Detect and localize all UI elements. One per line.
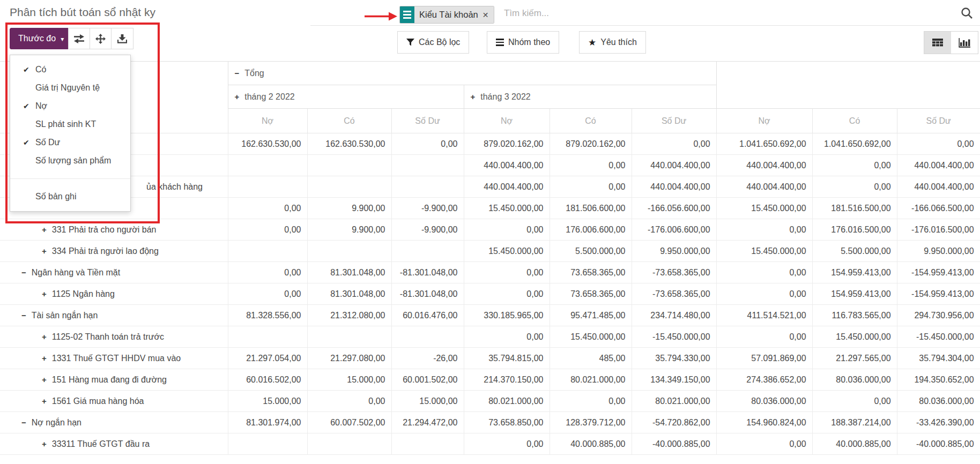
row-header[interactable]: −Nợ ngắn hạn xyxy=(0,412,228,433)
expand-icon: + xyxy=(42,375,47,384)
pivot-cell: 440.004.400,00 xyxy=(716,155,812,176)
pivot-cell: 9.900,00 xyxy=(307,198,391,219)
pivot-cell: 154.960.824,00 xyxy=(716,412,812,433)
pivot-cell: 15.000,00 xyxy=(307,369,391,391)
bar-chart-icon xyxy=(959,38,970,48)
pivot-cell: 0,00 xyxy=(812,155,897,176)
pivot-cell: -26,00 xyxy=(391,348,464,369)
table-row: +151 Hàng mua đang đi đường60.016.502,00… xyxy=(0,369,980,391)
measure-header[interactable]: Số Dư xyxy=(632,109,716,133)
measure-header[interactable]: Có xyxy=(550,109,632,133)
facet-remove-icon[interactable]: ✕ xyxy=(482,11,489,19)
row-header[interactable]: +331 Phải trả cho người bán xyxy=(0,219,228,241)
pivot-cell: 81.301.048,00 xyxy=(307,283,391,305)
measure-menu-item[interactable]: Số lượng sản phẩm xyxy=(10,152,130,170)
table-row: +1331 Thuế GTGT HHDV mua vào21.297.054,0… xyxy=(0,348,980,369)
pivot-cell: 0,00 xyxy=(897,133,980,155)
table-row: +1125-02 Thanh toán trả trước0,0015.450.… xyxy=(0,326,980,348)
flip-axis-button[interactable] xyxy=(69,28,90,49)
measure-header[interactable]: Số Dư xyxy=(897,109,980,133)
measure-header[interactable]: Nợ xyxy=(716,109,812,133)
pivot-cell xyxy=(228,155,307,176)
expand-all-button[interactable] xyxy=(90,28,112,49)
measure-header[interactable]: Số Dư xyxy=(391,109,464,133)
search-icon[interactable] xyxy=(961,7,973,19)
pivot-cell: 116.783.565,00 xyxy=(812,305,897,326)
pivot-cell: 0,00 xyxy=(464,219,550,241)
table-row: −Nợ ngắn hạn81.301.974,0060.007.502,0021… xyxy=(0,412,980,433)
pivot-cell: 73.658.850,00 xyxy=(464,412,550,433)
pivot-cell: 0,00 xyxy=(228,219,307,241)
row-header[interactable]: +1125 Ngân hàng xyxy=(0,283,228,305)
table-row: +1561 Giá mua hàng hóa15.000,000,0015.00… xyxy=(0,391,980,412)
pivot-cell: -176.016.500,00 xyxy=(897,219,980,241)
search-input[interactable]: Tìm kiếm... xyxy=(504,8,549,19)
expand-icon: + xyxy=(42,246,47,256)
pivot-cell: 9.950.000,00 xyxy=(897,241,980,262)
pivot-cell: 176.016.500,00 xyxy=(812,219,897,241)
pivot-cell: 0,00 xyxy=(716,283,812,305)
table-row: −Tài sản ngắn hạn81.328.556,0021.312.080… xyxy=(0,305,980,326)
menu-item-label: Có xyxy=(35,65,46,74)
measure-menu-item[interactable]: Giá trị Nguyên tệ xyxy=(10,79,130,97)
download-button[interactable] xyxy=(112,28,133,49)
pivot-cell: 0,00 xyxy=(550,155,632,176)
table-row: +331 Phải trả cho người bán0,009.900,00-… xyxy=(0,219,980,241)
pivot-cell: 188.387.214,00 xyxy=(812,412,897,433)
pivot-cell: 15.450.000,00 xyxy=(464,241,550,262)
measure-menu-item[interactable]: ✔Số Dư xyxy=(10,133,130,152)
measure-menu-item[interactable]: ✔Có xyxy=(10,61,130,79)
row-header[interactable]: +1125-02 Thanh toán trả trước xyxy=(0,326,228,348)
pivot-cell: 0,00 xyxy=(632,133,716,155)
pivot-cell: 0,00 xyxy=(464,283,550,305)
pivot-cell: 440.004.400,00 xyxy=(716,176,812,198)
pivot-cell: 15.450.000,00 xyxy=(716,198,812,219)
row-header[interactable]: +33311 Thuế GTGT đầu ra xyxy=(0,433,228,455)
row-header[interactable]: −Tài sản ngắn hạn xyxy=(0,305,228,326)
row-header[interactable]: +334 Phải trả người lao động xyxy=(0,241,228,262)
measure-menu-item[interactable]: ✔Nợ xyxy=(10,97,130,115)
pivot-cell: 0,00 xyxy=(464,433,550,455)
pivot-cell: 21.297.080,00 xyxy=(307,348,391,369)
table-row: 162.630.530,00162.630.530,000,00879.020.… xyxy=(0,133,980,155)
measure-menu-item[interactable]: SL phát sinh KT xyxy=(10,115,130,133)
measure-header[interactable]: Nợ xyxy=(228,109,307,133)
pivot-cell: -40.000.885,00 xyxy=(897,433,980,455)
measure-header[interactable]: Có xyxy=(812,109,897,133)
pivot-cell: 0,00 xyxy=(716,219,812,241)
measure-menu-item[interactable]: Số bản ghi xyxy=(10,188,130,206)
row-header[interactable]: +151 Hàng mua đang đi đường xyxy=(0,369,228,391)
groupby-button[interactable]: Nhóm theo xyxy=(487,31,559,54)
search-bar-divider xyxy=(310,25,980,26)
pivot-cell: 80.021.000,00 xyxy=(464,391,550,412)
pivot-cell: 5.500.000,00 xyxy=(812,241,897,262)
measure-header[interactable]: Có xyxy=(307,109,391,133)
header-void xyxy=(716,62,980,109)
expand-icon: + xyxy=(42,332,47,341)
graph-view-button[interactable] xyxy=(951,32,978,54)
row-header[interactable]: +1331 Thuế GTGT HHDV mua vào xyxy=(0,348,228,369)
pivot-view-button[interactable] xyxy=(924,32,951,54)
table-row: −Ngân hàng và Tiền mặt0,0081.301.048,00-… xyxy=(0,262,980,283)
column-group-total[interactable]: −Tổng xyxy=(228,62,716,85)
expand-icon: + xyxy=(471,92,476,101)
pivot-cell: 0,00 xyxy=(716,433,812,455)
pivot-cell: 60.016.502,00 xyxy=(228,369,307,391)
row-header[interactable]: −Ngân hàng và Tiền mặt xyxy=(0,262,228,283)
pivot-cell: 879.020.162,00 xyxy=(550,133,632,155)
pivot-cell xyxy=(391,433,464,455)
row-header[interactable]: +1561 Giá mua hàng hóa xyxy=(0,391,228,412)
filters-button[interactable]: Các Bộ lọc xyxy=(397,31,469,54)
pivot-cell: 81.301.974,00 xyxy=(228,412,307,433)
column-group-month[interactable]: +tháng 3 2022 xyxy=(464,85,716,109)
pivot-cell: 0,00 xyxy=(464,262,550,283)
measures-button[interactable]: Thước đo ▾ xyxy=(10,28,72,49)
measure-header[interactable]: Nợ xyxy=(464,109,550,133)
check-icon: ✔ xyxy=(23,65,35,74)
favorites-button[interactable]: ★ Yêu thích xyxy=(579,31,646,54)
pivot-cell xyxy=(307,155,391,176)
table-row: +33311 Thuế GTGT đầu ra0,0040.000.885,00… xyxy=(0,433,980,455)
column-group-month[interactable]: +tháng 2 2022 xyxy=(228,85,464,109)
search-facet[interactable]: Kiểu Tài khoản ✕ xyxy=(399,6,494,24)
pivot-cell: 60.016.476,00 xyxy=(391,305,464,326)
